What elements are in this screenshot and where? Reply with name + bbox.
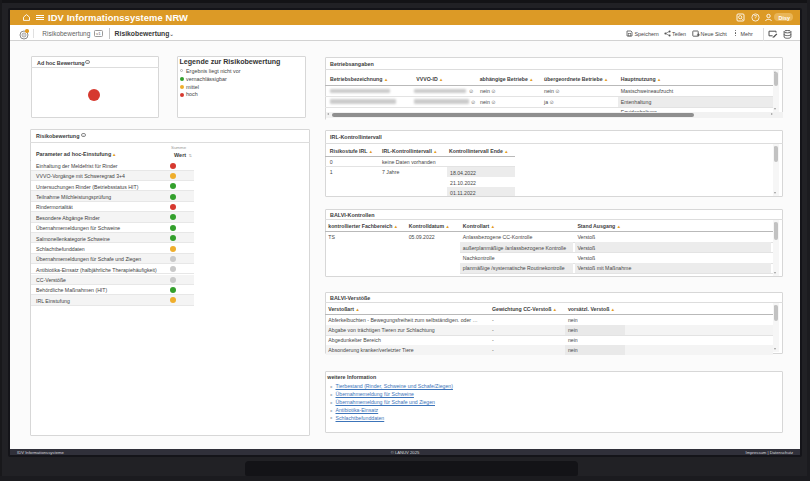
svg-text:?: ? [754,15,757,21]
